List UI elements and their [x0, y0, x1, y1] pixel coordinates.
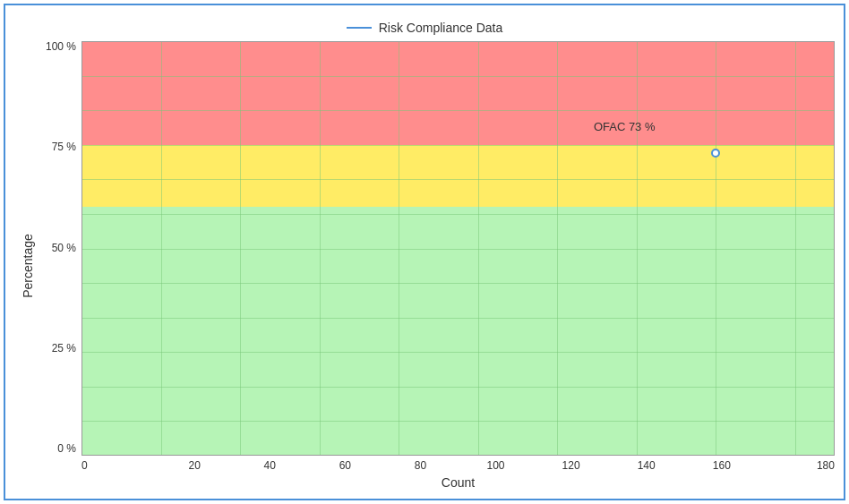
chart-title: Risk Compliance Data: [379, 21, 503, 35]
zone-yellow: [81, 145, 835, 207]
zone-green: [81, 207, 835, 456]
legend-line-icon: [347, 27, 372, 29]
x-tick-160: 160: [684, 459, 759, 472]
border-left-line: [81, 41, 82, 456]
border-right-line: [834, 41, 835, 456]
plot-with-yaxis: 100 % 75 % 50 % 25 % 0 %: [41, 41, 835, 456]
data-point-ofac: [711, 149, 720, 158]
plot-canvas: OFAC 73 %: [81, 41, 835, 456]
x-axis-label: Count: [442, 475, 475, 490]
x-tick-80: 80: [382, 459, 458, 472]
x-tick-20: 20: [157, 459, 232, 472]
x-tick-40: 40: [232, 459, 307, 472]
data-label-ofac: OFAC 73 %: [594, 120, 656, 133]
x-axis-ticks: 0 20 40 60 80 100 120 140 160 180: [81, 456, 835, 472]
y-tick-100: 100 %: [46, 41, 76, 52]
x-tick-180: 180: [759, 459, 835, 472]
y-tick-75: 75 %: [52, 141, 76, 152]
y-axis-label-container: Percentage: [14, 41, 41, 490]
chart-legend: Risk Compliance Data: [14, 14, 835, 41]
y-tick-25: 25 %: [52, 343, 76, 354]
chart-container: Risk Compliance Data Percentage 100 % 75…: [4, 4, 845, 500]
x-axis-label-container: Count: [81, 475, 835, 490]
y-tick-0: 0 %: [57, 443, 76, 454]
x-tick-140: 140: [609, 459, 684, 472]
x-tick-100: 100: [458, 459, 533, 472]
zone-red: [81, 41, 835, 145]
y-tick-50: 50 %: [52, 243, 76, 253]
y-axis-label: Percentage: [21, 234, 35, 298]
x-tick-60: 60: [307, 459, 382, 472]
x-tick-120: 120: [534, 459, 609, 472]
chart-body: Percentage 100 % 75 % 50 % 25 % 0 %: [14, 41, 835, 490]
border-top-line: [81, 41, 835, 42]
x-tick-0: 0: [81, 459, 157, 472]
chart-plot-area: 100 % 75 % 50 % 25 % 0 %: [41, 41, 835, 490]
y-axis-ticks: 100 % 75 % 50 % 25 % 0 %: [41, 41, 81, 456]
